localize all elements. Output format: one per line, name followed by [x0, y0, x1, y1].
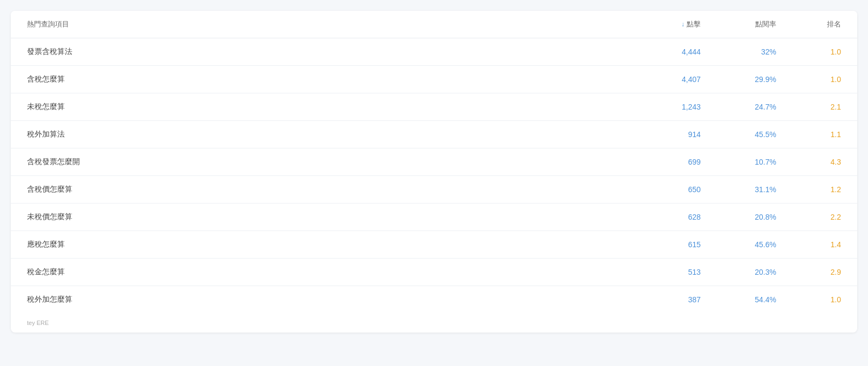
row-clicks: 650	[614, 185, 701, 194]
table-row: 應稅怎麼算 615 45.6% 1.4	[11, 231, 857, 259]
column-header-ctr[interactable]: 點閱率	[701, 19, 776, 29]
row-clicks: 387	[614, 295, 701, 304]
row-clicks: 628	[614, 213, 701, 221]
row-rank: 4.3	[776, 158, 841, 166]
row-ctr: 24.7%	[701, 103, 776, 111]
row-rank: 1.0	[776, 48, 841, 56]
row-name: 稅金怎麼算	[27, 267, 614, 277]
table-header: 熱門查詢項目 ↓ 點擊 點閱率 排名	[11, 11, 857, 38]
table-row: 未稅價怎麼算 628 20.8% 2.2	[11, 204, 857, 231]
row-ctr: 20.8%	[701, 213, 776, 221]
row-rank: 1.0	[776, 75, 841, 84]
row-rank: 1.1	[776, 130, 841, 139]
row-name: 發票含稅算法	[27, 47, 614, 57]
row-rank: 2.1	[776, 103, 841, 111]
footer-note: tey ERE	[11, 313, 857, 333]
column-header-clicks[interactable]: ↓ 點擊	[614, 19, 701, 29]
row-clicks: 615	[614, 240, 701, 249]
row-name: 應稅怎麼算	[27, 240, 614, 249]
table-body: 發票含稅算法 4,444 32% 1.0 含稅怎麼算 4,407 29.9% 1…	[11, 38, 857, 313]
row-ctr: 45.6%	[701, 240, 776, 249]
table-row: 稅外加怎麼算 387 54.4% 1.0	[11, 286, 857, 313]
table-row: 未稅怎麼算 1,243 24.7% 2.1	[11, 93, 857, 121]
table-row: 含稅發票怎麼開 699 10.7% 4.3	[11, 148, 857, 176]
row-name: 未稅怎麼算	[27, 102, 614, 112]
column-header-name: 熱門查詢項目	[27, 19, 614, 29]
column-header-rank[interactable]: 排名	[776, 19, 841, 29]
row-clicks: 914	[614, 130, 701, 139]
main-table: 熱門查詢項目 ↓ 點擊 點閱率 排名 發票含稅算法 4,444 32% 1.0 …	[11, 11, 857, 333]
row-ctr: 45.5%	[701, 130, 776, 139]
table-row: 含稅怎麼算 4,407 29.9% 1.0	[11, 66, 857, 93]
row-clicks: 4,444	[614, 48, 701, 56]
table-row: 發票含稅算法 4,444 32% 1.0	[11, 38, 857, 66]
row-rank: 1.0	[776, 295, 841, 304]
column-clicks-label: 點擊	[687, 19, 701, 29]
row-ctr: 31.1%	[701, 185, 776, 194]
table-row: 稅外加算法 914 45.5% 1.1	[11, 121, 857, 148]
row-ctr: 54.4%	[701, 295, 776, 304]
row-clicks: 4,407	[614, 75, 701, 84]
sort-icon: ↓	[681, 21, 684, 28]
row-name: 含稅怎麼算	[27, 74, 614, 84]
row-ctr: 32%	[701, 48, 776, 56]
row-clicks: 699	[614, 158, 701, 166]
row-rank: 1.2	[776, 185, 841, 194]
row-name: 含稅發票怎麼開	[27, 157, 614, 167]
row-ctr: 20.3%	[701, 268, 776, 276]
row-clicks: 513	[614, 268, 701, 276]
row-rank: 2.9	[776, 268, 841, 276]
row-name: 稅外加怎麼算	[27, 295, 614, 304]
row-clicks: 1,243	[614, 103, 701, 111]
table-row: 稅金怎麼算 513 20.3% 2.9	[11, 259, 857, 286]
row-rank: 1.4	[776, 240, 841, 249]
row-name: 未稅價怎麼算	[27, 212, 614, 222]
row-ctr: 29.9%	[701, 75, 776, 84]
row-name: 含稅價怎麼算	[27, 185, 614, 194]
row-name: 稅外加算法	[27, 130, 614, 139]
table-row: 含稅價怎麼算 650 31.1% 1.2	[11, 176, 857, 204]
row-ctr: 10.7%	[701, 158, 776, 166]
row-rank: 2.2	[776, 213, 841, 221]
